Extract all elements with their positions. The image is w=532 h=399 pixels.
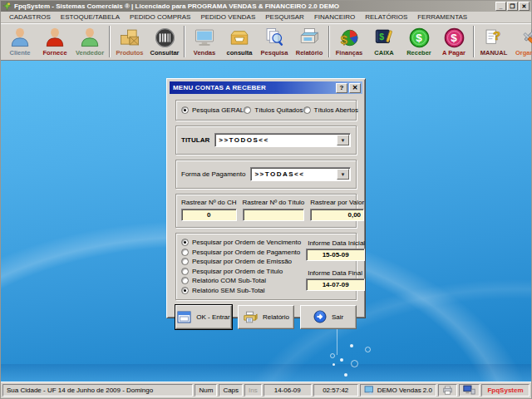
minimize-button[interactable]: _ <box>495 2 506 11</box>
search-type-panel: Pesquisa GERAL Títulos Quitados Títulos … <box>175 100 357 121</box>
radio-icon <box>181 249 189 256</box>
radio-icon <box>181 287 189 294</box>
consulta-drawer-icon <box>228 26 251 49</box>
toolbar-button-receber[interactable]: $ Receber <box>401 24 436 59</box>
relatorio-label: Relatório <box>263 313 289 321</box>
printer-icon <box>243 311 258 323</box>
pesquisa-search-docs-icon <box>263 26 286 49</box>
rastrear-ch-input[interactable]: 0 <box>181 209 237 221</box>
background-ring <box>330 353 335 358</box>
menu-cadastros[interactable]: CADASTROS <box>4 12 56 22</box>
radio-ordem-emissao[interactable]: Pesquisar por Ordem de Emissão <box>181 258 301 265</box>
toolbar-button-relatorio[interactable]: Relatório <box>292 24 327 59</box>
status-time: 02:57:42 <box>313 384 358 397</box>
status-network[interactable] <box>459 384 480 397</box>
radio-ordem-pagamento[interactable]: Pesquisar por Ordem de Pagamento <box>181 249 301 256</box>
radio-label: Relatório SEM Sub-Total <box>192 287 265 294</box>
toolbar-button-caixa[interactable]: $ CAIXA <box>367 24 401 59</box>
menu-estoque-tabela[interactable]: ESTOQUE/TABELA <box>56 12 125 22</box>
relatorio-printer-icon <box>298 26 321 49</box>
toolbar-button-cliente[interactable]: Cliente <box>2 24 37 59</box>
background-dot <box>344 373 347 377</box>
radio-label: Pesquisar por Ordem de Vencimento <box>192 239 301 246</box>
fornece-person-icon <box>44 26 66 49</box>
titular-panel: TITULAR >>TODOS<< ▼ <box>175 126 357 155</box>
menu-financeiro[interactable]: FINANCEIRO <box>309 12 360 22</box>
rastrear-titulo-label: Rastrear Nº do Título <box>243 199 305 206</box>
ok-entrar-button[interactable]: OK - Entrar <box>175 305 232 329</box>
menu-relatorios[interactable]: RELATÓRIOS <box>360 12 412 22</box>
radio-label: Pesquisar por Ordem de Título <box>192 268 283 275</box>
toolbar-button-consultar[interactable]: Consultar <box>147 24 182 59</box>
toolbar-label: Pesquisa <box>261 49 288 57</box>
radio-ordem-vencimento[interactable]: Pesquisar por Ordem de Vencimento <box>181 239 301 246</box>
radio-icon <box>181 268 189 275</box>
status-demo: DEMO Vendas 2.0 <box>360 384 436 397</box>
status-bar: Sua Cidade - UF 14 de Junho de 2009 - Do… <box>1 382 531 397</box>
radio-relatorio-com-subtotal[interactable]: Relatório COM Sub-Total <box>181 277 301 284</box>
status-location: Sua Cidade - UF 14 de Junho de 2009 - Do… <box>2 384 193 397</box>
rastrear-titulo-input[interactable] <box>243 209 305 221</box>
window-titlebar: FpqSystem - Sistemas Comerciais ® | Lice… <box>1 1 531 12</box>
radio-relatorio-sem-subtotal[interactable]: Relatório SEM Sub-Total <box>181 287 301 294</box>
radio-titulos-abertos[interactable]: Títulos Abertos <box>303 106 358 114</box>
close-button[interactable]: ✕ <box>519 2 530 11</box>
menu-pedido-compras[interactable]: PEDIDO COMPRAS <box>125 12 195 22</box>
toolbar-button-produtos[interactable]: Produtos <box>112 24 147 59</box>
window-title: FpqSystem - Sistemas Comerciais ® | Lice… <box>14 2 495 10</box>
sair-button[interactable]: Sair <box>300 305 357 329</box>
data-inicial-label: Informe Data Inicial <box>306 239 365 247</box>
dialog-titlebar: MENU CONTAS A RECEBER ? ✕ <box>170 81 362 94</box>
relatorio-button[interactable]: Relatório <box>238 305 294 329</box>
forma-pagamento-select[interactable]: >>TODAS<< ▼ <box>250 167 351 181</box>
chevron-down-icon[interactable]: ▼ <box>337 135 349 145</box>
toolbar-button-organiza[interactable]: Organiza <box>511 24 532 59</box>
toolbar-button-consulta[interactable]: consulta <box>222 24 257 59</box>
toolbar-button-financas[interactable]: $ Finanças <box>332 24 367 59</box>
toolbar-button-vendedor[interactable]: Vendedor <box>72 24 107 59</box>
toolbar-button-pesquisa[interactable]: Pesquisa <box>257 24 292 59</box>
background-band <box>1 364 531 382</box>
data-final-input[interactable]: 14-07-09 <box>306 278 365 291</box>
desktop-background: MENU CONTAS A RECEBER ? ✕ Pesquisa GERAL… <box>1 61 531 382</box>
radio-titulos-quitados[interactable]: Títulos Quitados <box>244 106 303 114</box>
dialog-title: MENU CONTAS A RECEBER <box>173 84 334 91</box>
ok-window-icon <box>177 311 191 323</box>
background-ring <box>365 347 371 352</box>
radio-icon <box>303 106 311 114</box>
radio-label: Pesquisa GERAL <box>192 106 244 114</box>
toolbar-button-manual[interactable]: ? MANUAL <box>476 24 511 59</box>
manual-help-doc-icon: ? <box>482 26 505 49</box>
dialog-help-button[interactable]: ? <box>336 83 347 93</box>
titular-select[interactable]: >>TODOS<< ▼ <box>214 133 351 147</box>
status-caps: Caps <box>219 384 243 397</box>
svg-text:$: $ <box>451 32 457 44</box>
status-printer[interactable] <box>438 384 457 397</box>
radio-pesquisa-geral[interactable]: Pesquisa GERAL <box>181 106 244 114</box>
radio-icon <box>244 106 251 114</box>
radio-label: Títulos Abertos <box>314 106 358 114</box>
app-icon <box>2 2 12 11</box>
background-dot <box>340 358 343 362</box>
toolbar-label: Vendedor <box>76 49 104 57</box>
menu-pesquisar[interactable]: PESQUISAR <box>260 12 309 22</box>
toolbar-label: Consultar <box>150 49 179 57</box>
rastrear-valor-input[interactable]: 0,00 <box>310 209 364 221</box>
toolbar-button-vendas[interactable]: Vendas <box>187 24 222 59</box>
background-dot <box>332 363 335 366</box>
chevron-down-icon[interactable]: ▼ <box>337 169 349 180</box>
dialog-buttons: OK - Entrar Relatório Sair <box>175 305 357 329</box>
menu-pedido-vendas[interactable]: PEDIDO VENDAS <box>195 12 260 22</box>
toolbar-button-fornece[interactable]: Fornece <box>37 24 72 59</box>
sair-arrow-icon <box>313 310 327 323</box>
toolbar-separator <box>184 26 185 57</box>
radio-icon <box>181 106 189 114</box>
toolbar-label: consulta <box>227 49 253 57</box>
svg-text:$: $ <box>379 32 384 42</box>
restore-button[interactable]: ❐ <box>507 2 518 11</box>
toolbar-button-a-pagar[interactable]: $ A Pagar <box>436 24 471 59</box>
menu-ferramentas[interactable]: FERRAMENTAS <box>412 12 472 22</box>
dialog-close-button[interactable]: ✕ <box>349 83 361 93</box>
data-inicial-input[interactable]: 15-05-09 <box>306 249 365 261</box>
radio-ordem-titulo[interactable]: Pesquisar por Ordem de Título <box>181 268 301 275</box>
